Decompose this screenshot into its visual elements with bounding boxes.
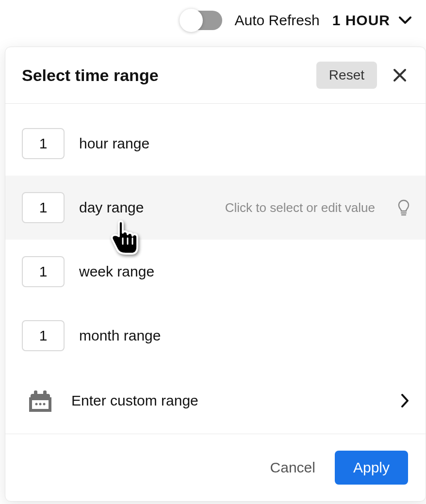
- lightbulb-icon: [396, 199, 411, 216]
- time-range-dropdown-value: 1 HOUR: [332, 12, 390, 29]
- chevron-down-icon: [399, 16, 411, 24]
- close-button[interactable]: [390, 65, 410, 85]
- day-label: day range: [79, 199, 144, 216]
- range-row-hour[interactable]: hour range: [5, 112, 426, 176]
- month-label: month range: [79, 327, 161, 344]
- calendar-icon: [28, 388, 53, 413]
- panel-header: Select time range Reset: [5, 47, 426, 104]
- auto-refresh-label: Auto Refresh: [235, 12, 320, 29]
- svg-point-7: [39, 403, 42, 406]
- svg-rect-4: [34, 390, 37, 397]
- row-hint: Click to select or edit value: [225, 200, 375, 215]
- svg-point-6: [35, 403, 38, 406]
- week-label: week range: [79, 263, 154, 280]
- hour-label: hour range: [79, 135, 149, 152]
- apply-button[interactable]: Apply: [335, 451, 408, 485]
- day-value-input[interactable]: [22, 192, 65, 223]
- reset-button[interactable]: Reset: [316, 62, 377, 89]
- toggle-knob: [180, 9, 203, 32]
- chevron-right-icon: [401, 394, 409, 407]
- panel-title: Select time range: [22, 66, 316, 85]
- custom-range-label: Enter custom range: [71, 392, 383, 409]
- cancel-button[interactable]: Cancel: [270, 459, 315, 476]
- auto-refresh-toggle[interactable]: [181, 11, 222, 30]
- svg-point-8: [43, 403, 46, 406]
- topbar: Auto Refresh 1 HOUR: [0, 0, 426, 32]
- hour-value-input[interactable]: [22, 128, 65, 159]
- range-row-month[interactable]: month range: [5, 304, 426, 368]
- range-row-week[interactable]: week range: [5, 240, 426, 304]
- svg-rect-5: [43, 390, 47, 397]
- time-range-dropdown[interactable]: 1 HOUR: [332, 12, 411, 29]
- panel-footer: Cancel Apply: [5, 434, 426, 501]
- close-icon: [393, 68, 407, 82]
- time-range-panel: Select time range Reset hour range day r…: [5, 47, 426, 502]
- custom-range-row[interactable]: Enter custom range: [5, 368, 426, 434]
- week-value-input[interactable]: [22, 256, 65, 287]
- month-value-input[interactable]: [22, 320, 65, 351]
- range-row-day[interactable]: day range Click to select or edit value: [5, 176, 426, 240]
- range-rows: hour range day range Click to select or …: [5, 104, 426, 434]
